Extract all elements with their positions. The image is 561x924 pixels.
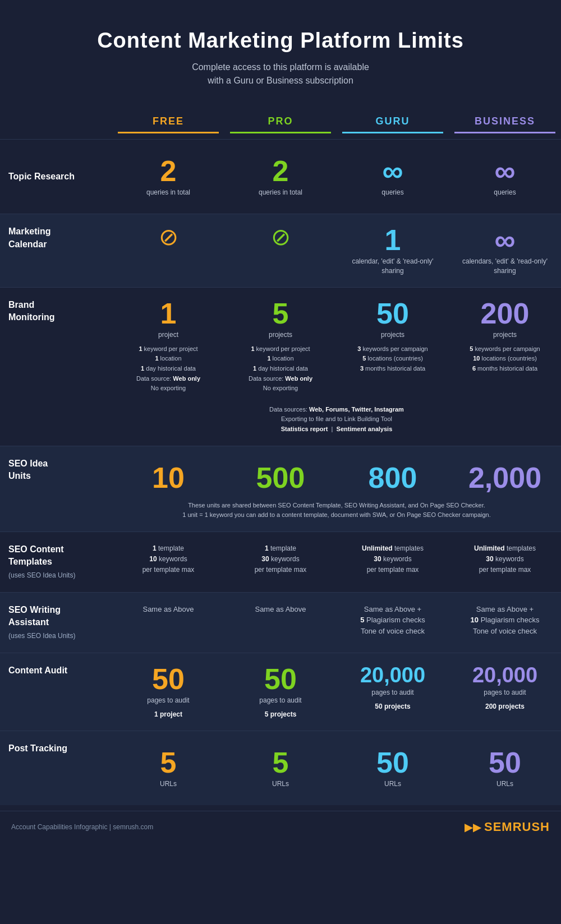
page-title: Content Marketing Platform Limits xyxy=(22,28,539,54)
seo-content-business: Unlimited templates30 keywordsper templa… xyxy=(449,543,561,576)
seo-idea-pro-num: 500 xyxy=(229,463,332,492)
footer: Account Capabilities Infographic | semru… xyxy=(0,811,561,843)
seo-content-pro: 1 template30 keywordsper template max xyxy=(224,543,337,576)
brand-shared-footnote: Data sources: Web, Forums, Twitter, Inst… xyxy=(112,405,561,435)
main-container: Content Marketing Platform Limits Comple… xyxy=(0,0,561,854)
brand-guru: 50 projects 3 keywords per campaign 5 lo… xyxy=(337,299,449,394)
topic-research-business-sub: queries xyxy=(453,188,557,197)
footer-logo: ▶▶ SEMRUSH xyxy=(465,820,550,834)
content-audit-pro-sub: pages to audit xyxy=(229,696,332,705)
brand-monitoring-label: Brand Monitoring xyxy=(0,299,112,394)
seo-idea-units-grid: SEO Idea Units 10 500 800 2,000 xyxy=(0,458,561,498)
marketing-calendar-free: ⊘ xyxy=(112,225,224,276)
brand-monitoring-row: Brand Monitoring 1 project 1 keyword per… xyxy=(0,287,561,405)
brand-guru-details: 3 keywords per campaign 5 locations (cou… xyxy=(341,344,444,374)
seo-writing-pro: Same as Above xyxy=(224,604,337,641)
marketing-calendar-row: Marketing Calendar ⊘ ⊘ 1 calendar, 'edit… xyxy=(0,214,561,287)
logo-icon: ▶▶ xyxy=(465,820,481,834)
brand-pro: 5 projects 1 keyword per project 1 locat… xyxy=(224,299,337,394)
seo-writing-assistant-row: SEO Writing Assistant (uses SEO Idea Uni… xyxy=(0,592,561,653)
col-header-guru: GURU xyxy=(342,116,443,133)
brand-free: 1 project 1 keyword per project 1 locati… xyxy=(112,299,224,394)
content-audit-row: Content Audit 50 pages to audit 1 projec… xyxy=(0,653,561,731)
topic-research-guru-sub: queries xyxy=(341,188,444,197)
brand-shared-footnote-row: Data sources: Web, Forums, Twitter, Inst… xyxy=(0,405,561,446)
seo-writing-label: SEO Writing Assistant (uses SEO Idea Uni… xyxy=(0,604,112,641)
brand-pro-details: 1 keyword per project 1 location 1 day h… xyxy=(229,344,332,394)
seo-content-guru: Unlimited templates30 keywordsper templa… xyxy=(337,543,449,576)
seo-idea-units-label: SEO Idea Units xyxy=(0,458,112,498)
seo-writing-free: Same as Above xyxy=(112,604,224,641)
content-audit-pro: 50 pages to audit 5 projects xyxy=(224,664,337,719)
column-headers: FREE PRO GURU BUSINESS xyxy=(0,116,561,139)
seo-content-templates-label: SEO Content Templates (uses SEO Idea Uni… xyxy=(0,543,112,581)
content-audit-pro-num: 50 xyxy=(229,664,332,694)
content-audit-free-sub: pages to audit xyxy=(117,696,220,705)
content-audit-business-num: 20,000 xyxy=(453,664,557,686)
post-tracking-guru-sub: URLs xyxy=(341,779,444,789)
content-audit-label: Content Audit xyxy=(0,664,112,719)
brand-business-sub: projects xyxy=(453,330,557,340)
seo-idea-guru-num: 800 xyxy=(341,463,444,492)
header: Content Marketing Platform Limits Comple… xyxy=(0,17,561,104)
brand-business-details: 5 keywords per campaign 10 locations (co… xyxy=(453,344,557,374)
brand-business-num: 200 xyxy=(453,299,557,328)
content-audit-guru: 20,000 pages to audit 50 projects xyxy=(337,664,449,719)
brand-guru-sub: projects xyxy=(341,330,444,340)
post-tracking-guru: 50 URLs xyxy=(337,742,449,794)
seo-idea-guru: 800 xyxy=(337,458,449,498)
topic-research-pro-sub: queries in total xyxy=(229,188,332,197)
post-tracking-pro-sub: URLs xyxy=(229,779,332,789)
seo-writing-business: Same as Above +10 Plagiarism checksTone … xyxy=(449,604,561,641)
seo-idea-business-num: 2,000 xyxy=(453,463,557,492)
topic-research-free-sub: queries in total xyxy=(117,188,220,197)
brand-free-num: 1 xyxy=(117,299,220,328)
topic-research-business-symbol: ∞ xyxy=(453,156,557,186)
col-header-pro: PRO xyxy=(230,116,331,133)
post-tracking-pro-num: 5 xyxy=(229,748,332,777)
topic-research-free: 2 queries in total xyxy=(112,151,224,203)
marketing-free-symbol: ⊘ xyxy=(117,225,220,249)
post-tracking-free-num: 5 xyxy=(117,748,220,777)
marketing-business-symbol: ∞ xyxy=(453,225,557,255)
post-tracking-guru-num: 50 xyxy=(341,748,444,777)
post-tracking-pro: 5 URLs xyxy=(224,742,337,794)
brand-pro-sub: projects xyxy=(229,330,332,340)
post-tracking-row: Post Tracking 5 URLs 5 URLs 50 URLs 50 U… xyxy=(0,731,561,806)
marketing-calendar-guru: 1 calendar, 'edit' & 'read-only' sharing xyxy=(337,225,449,276)
footer-left-text: Account Capabilities Infographic | semru… xyxy=(11,823,153,831)
post-tracking-free-sub: URLs xyxy=(117,779,220,789)
topic-research-free-num: 2 xyxy=(117,156,220,186)
marketing-guru-num: 1 xyxy=(341,225,444,255)
seo-content-free: 1 template10 keywordsper template max xyxy=(112,543,224,576)
content-audit-guru-num: 20,000 xyxy=(341,664,444,686)
seo-idea-units-row: SEO Idea Units 10 500 800 2,000 These un… xyxy=(0,446,561,532)
seo-writing-guru: Same as Above +5 Plagiarism checksTone o… xyxy=(337,604,449,641)
topic-research-label: Topic Research xyxy=(0,170,112,183)
marketing-guru-sub: calendar, 'edit' & 'read-only' sharing xyxy=(341,257,444,276)
brand-free-sub: project xyxy=(117,330,220,340)
header-subtitle: Complete access to this platform is avai… xyxy=(22,61,539,87)
content-audit-free-num: 50 xyxy=(117,664,220,694)
seo-idea-pro: 500 xyxy=(224,458,337,498)
content-audit-guru-sub: pages to audit xyxy=(341,688,444,697)
seo-idea-business: 2,000 xyxy=(449,458,561,498)
seo-idea-footnote: These units are shared between SEO Conte… xyxy=(112,498,561,529)
brand-pro-num: 5 xyxy=(229,299,332,328)
post-tracking-business: 50 URLs xyxy=(449,742,561,794)
col-header-free: FREE xyxy=(118,116,219,133)
marketing-business-sub: calendars, 'edit' & 'read-only' sharing xyxy=(453,257,557,276)
marketing-calendar-business: ∞ calendars, 'edit' & 'read-only' sharin… xyxy=(449,225,561,276)
topic-research-guru: ∞ queries xyxy=(337,151,449,203)
seo-idea-free: 10 xyxy=(112,458,224,498)
marketing-calendar-pro: ⊘ xyxy=(224,225,337,276)
seo-content-templates-row: SEO Content Templates (uses SEO Idea Uni… xyxy=(0,532,561,592)
topic-research-pro-num: 2 xyxy=(229,156,332,186)
marketing-calendar-label: Marketing Calendar xyxy=(0,225,112,276)
post-tracking-free: 5 URLs xyxy=(112,742,224,794)
post-tracking-business-num: 50 xyxy=(453,748,557,777)
marketing-pro-symbol: ⊘ xyxy=(229,225,332,249)
topic-research-business: ∞ queries xyxy=(449,151,561,203)
content-audit-business-sub: pages to audit xyxy=(453,688,557,697)
brand-free-details: 1 keyword per project 1 location 1 day h… xyxy=(117,344,220,394)
